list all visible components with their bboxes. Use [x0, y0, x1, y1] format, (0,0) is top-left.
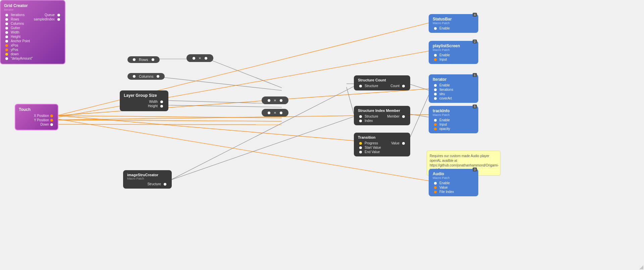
rows-label: Rows [139, 58, 148, 62]
multiply-node-3: × [262, 109, 288, 117]
ti-enable-dot [434, 119, 437, 122]
mult3-out-dot [280, 112, 282, 114]
layergroup-node: Layer Group Size Width Height [120, 90, 168, 111]
svg-line-10 [167, 105, 282, 107]
it-coverart-label: coverArt [439, 96, 452, 100]
svg-line-14 [346, 87, 354, 114]
sc-struct-label: Structure [365, 84, 378, 88]
au-enable-dot [434, 182, 437, 185]
mult1-out-dot [205, 57, 207, 60]
structidx-node: Structure Index Member Structure Member … [354, 106, 410, 125]
structidx-struct-row: Structure Member [358, 115, 406, 118]
audio-node: 3 Audio Macro Patch Enable Value File In… [429, 169, 478, 196]
mult3-symbol: × [274, 110, 276, 115]
it-enable-label: Enable [439, 83, 450, 87]
statusbar-enable-row: Enable [433, 26, 474, 30]
imagestru-struct-label: Structure [147, 182, 161, 186]
statusbar-node: 4 StatusBar Macro Patch Enable [429, 14, 478, 33]
gc-ypos-dot [5, 49, 8, 51]
gc-down-dot [5, 53, 8, 56]
gc-height-dot [5, 36, 8, 38]
gc-width-row: Width [4, 30, 61, 34]
structcount-ports: Structure Count [358, 84, 406, 88]
ti-input-label: Input [439, 123, 447, 126]
touch-down-port: Down [19, 123, 54, 126]
au-fileindex-dot [434, 191, 437, 193]
imagestru-title: imageStruCreator [127, 173, 168, 177]
gc-cols-label: Columns [11, 22, 24, 25]
trackinfo-input-row: Input [433, 123, 474, 126]
imagestru-subtitle: Macro Patch [127, 177, 168, 180]
statusbar-badge: 4 [473, 13, 477, 17]
gc-gutter-dot [5, 27, 8, 29]
mult2-out-dot [280, 99, 282, 102]
layergroup-width-port: Width [124, 100, 164, 104]
playlist-title: playlistScreen [433, 44, 474, 48]
playlist-node: 2 playlistScreen Macro Patch Enable Inpu… [429, 41, 478, 64]
ti-opacity-dot [434, 128, 437, 130]
touch-xpos-port: X Position [19, 114, 54, 118]
gc-iter-label: Iterations [11, 13, 24, 17]
playlist-subtitle: Macro Patch [433, 48, 474, 52]
gc-cols-dot [5, 22, 8, 25]
iter-iterations-row: Iterations [433, 88, 474, 91]
ti-opacity-label: opacity [439, 127, 450, 131]
ypos-dot [50, 119, 53, 122]
down-label: Down [40, 123, 49, 126]
gc-xpos-label: xPos [11, 44, 18, 47]
tr-progress-label: Progress [365, 141, 378, 145]
gc-rows-dot [5, 18, 8, 21]
gc-gutter-label: Gutter [11, 26, 20, 30]
it-iter-label: Iterations [439, 88, 453, 91]
it-iter-dot [434, 88, 437, 91]
imagestru-struct-row: Structure [127, 182, 168, 186]
gc-sampledidx-dot [57, 18, 60, 21]
trackinfo-enable-row: Enable [433, 118, 474, 122]
transition-endval-row: End Value [358, 150, 406, 154]
touch-title: Touch [19, 107, 54, 112]
iter-stru-row: stru [433, 92, 474, 96]
columns-in-dot [133, 75, 136, 78]
gc-sampledidx-label: sampledIndex [34, 17, 55, 21]
gc-height-label: Height [11, 35, 20, 39]
iterator-badge: 1 [473, 73, 477, 77]
svg-line-18 [170, 117, 354, 180]
statusbar-title: StatusBar [433, 17, 474, 21]
pl-input-dot [434, 58, 437, 61]
svg-line-0 [57, 116, 282, 118]
pl-enable-dot [434, 54, 437, 57]
gc-ypos-row: yPos [4, 48, 61, 52]
gc-iterations-row: Iterations Queue [4, 13, 61, 17]
transition-startval-row: Start Value [358, 146, 406, 149]
layergroup-height-port: Height [124, 104, 164, 108]
gc-rows-label: Rows [11, 17, 19, 21]
gc-gutter-row: Gutter [4, 26, 61, 30]
tr-end-label: End Value [365, 150, 380, 154]
sb-enable-label: Enable [439, 26, 450, 30]
trackinfo-title: trackInfo [433, 109, 474, 113]
tr-value-label: Value [391, 141, 399, 145]
au-enable-label: Enable [439, 181, 450, 185]
svg-line-8 [145, 75, 282, 90]
gc-iter-dot [5, 14, 8, 16]
tr-end-dot [359, 151, 362, 153]
resize-handle[interactable] [639, 265, 643, 269]
trackinfo-node: 5 trackInfo Macro Patch Enable Input opa… [429, 106, 478, 133]
structcount-node: Structure Count Structure Count [354, 75, 410, 90]
gc-delay-label: "delayAmount" [11, 57, 33, 60]
width-dot [160, 100, 163, 103]
iterator-title: Iterator [433, 77, 474, 82]
xpos-dot [50, 115, 53, 117]
it-stru-dot [434, 93, 437, 95]
audio-enable-row: Enable [433, 181, 474, 185]
svg-line-2 [57, 124, 282, 125]
gc-down-label: down [11, 52, 19, 56]
svg-line-15 [409, 84, 429, 90]
si-member-dot [402, 115, 405, 118]
structidx-index-row: Index [358, 119, 406, 123]
columns-node: Columns [127, 73, 165, 80]
si-struct-label: Structure [365, 115, 378, 118]
pl-input-label: Input [439, 58, 447, 61]
audio-subtitle: Macro Patch [433, 176, 474, 180]
gc-delay-row: "delayAmount" [4, 57, 61, 60]
